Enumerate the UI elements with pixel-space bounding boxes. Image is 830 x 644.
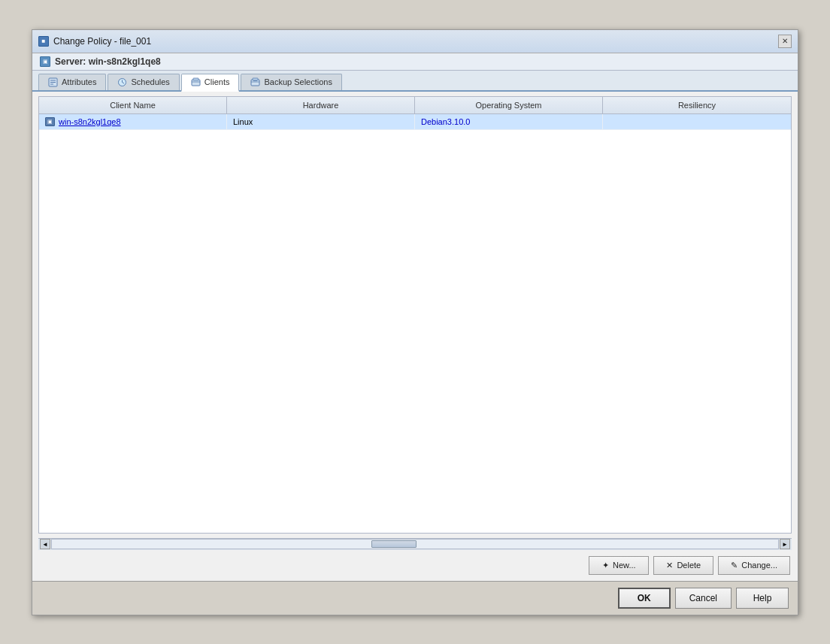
cell-os: Debian3.10.0 [415, 114, 603, 129]
ok-button[interactable]: OK [618, 588, 671, 609]
scroll-thumb[interactable] [371, 540, 417, 548]
cell-hardware: Linux [227, 114, 415, 129]
new-button[interactable]: ✦ New... [589, 556, 649, 575]
tab-schedules-label: Schedules [131, 77, 169, 86]
tab-attributes-label: Attributes [62, 77, 96, 86]
backup-icon [250, 77, 260, 87]
change-label: Change... [741, 561, 777, 570]
tab-backup-label: Backup Selections [264, 77, 332, 86]
help-button[interactable]: Help [736, 588, 789, 609]
tabs-bar: Attributes Schedules Clients [32, 71, 798, 92]
table-row[interactable]: ▣ win-s8n2kgl1qe8 Linux Debian3.10.0 [39, 114, 791, 130]
tab-schedules[interactable]: Schedules [108, 74, 179, 90]
schedules-icon [117, 77, 127, 87]
server-bar: ▣ Server: win-s8n2kgl1qe8 [32, 53, 798, 71]
scroll-left-button[interactable]: ◄ [40, 539, 50, 549]
server-label: Server: win-s8n2kgl1qe8 [55, 56, 161, 67]
col-operating-system: Operating System [415, 97, 603, 113]
action-buttons-row: ✦ New... ✕ Delete ✎ Change... [32, 550, 798, 581]
client-name-link[interactable]: win-s8n2kgl1qe8 [59, 117, 121, 126]
svg-rect-8 [193, 78, 198, 80]
horizontal-scrollbar[interactable]: ◄ ► [38, 538, 792, 550]
table-header: Client Name Hardware Operating System Re… [39, 97, 791, 114]
title-bar-left: ■ Change Policy - file_001 [38, 36, 151, 47]
svg-rect-11 [253, 78, 258, 80]
os-value: Debian3.10.0 [421, 117, 470, 126]
attributes-icon [48, 77, 58, 87]
main-window: ■ Change Policy - file_001 ✕ ▣ Server: w… [32, 29, 798, 615]
tab-attributes[interactable]: Attributes [38, 74, 106, 90]
tab-backup-selections[interactable]: Backup Selections [241, 74, 342, 90]
col-hardware: Hardware [227, 97, 415, 113]
table-body: ▣ win-s8n2kgl1qe8 Linux Debian3.10.0 [39, 114, 791, 533]
scroll-track[interactable] [51, 539, 779, 549]
change-button[interactable]: ✎ Change... [718, 556, 790, 575]
title-bar: ■ Change Policy - file_001 ✕ [32, 30, 798, 53]
scroll-right-button[interactable]: ► [780, 539, 790, 549]
cell-client-name: ▣ win-s8n2kgl1qe8 [39, 114, 227, 129]
server-icon: ▣ [40, 56, 50, 67]
tab-clients-label: Clients [204, 77, 230, 86]
new-label: New... [613, 561, 636, 570]
tab-clients[interactable]: Clients [181, 74, 240, 92]
delete-label: Delete [677, 561, 701, 570]
col-resiliency: Resiliency [603, 97, 791, 113]
delete-icon: ✕ [666, 561, 673, 570]
window-icon: ■ [38, 36, 49, 47]
change-icon: ✎ [731, 561, 738, 570]
col-client-name: Client Name [39, 97, 227, 113]
cell-resiliency [603, 114, 791, 129]
footer-bar: OK Cancel Help [32, 581, 798, 615]
clients-content-area: Client Name Hardware Operating System Re… [38, 96, 792, 534]
delete-button[interactable]: ✕ Delete [653, 556, 713, 575]
client-row-icon: ▣ [45, 117, 55, 126]
close-button[interactable]: ✕ [778, 35, 792, 48]
window-title: Change Policy - file_001 [53, 36, 151, 47]
new-icon: ✦ [602, 561, 609, 570]
clients-icon [191, 77, 201, 87]
cancel-button[interactable]: Cancel [675, 588, 732, 609]
